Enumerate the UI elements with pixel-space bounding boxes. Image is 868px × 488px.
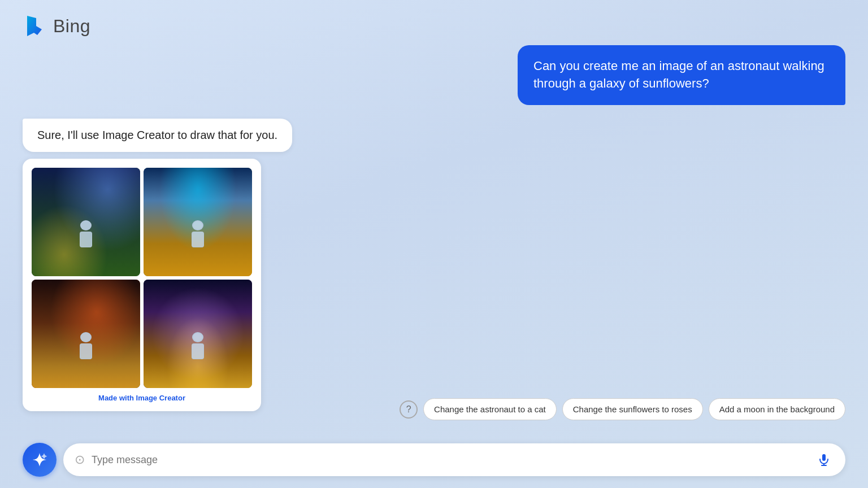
astronaut-figure-3 [77,332,94,366]
help-icon[interactable]: ? [400,400,418,419]
astronaut-body-1 [80,232,92,247]
user-message-container: Can you create me an image of an astrona… [23,45,845,105]
suggestion-chip-2[interactable]: Change the sunflowers to roses [562,398,703,420]
astronaut-figure-2 [189,220,206,254]
suggestions-area: ? Change the astronaut to a cat Change t… [0,398,868,420]
astronaut-head-4 [192,332,203,342]
astronaut-head-1 [80,220,92,230]
mic-button[interactable] [814,450,834,470]
svg-rect-0 [822,454,826,461]
astronaut-figure-1 [77,220,94,254]
generated-image-4[interactable] [144,280,252,388]
suggestion-chip-3[interactable]: Add a moon in the background [709,398,845,420]
astronaut-body-2 [192,232,204,247]
generated-image-3[interactable] [32,280,140,388]
bing-b-icon [23,14,47,38]
generated-image-2[interactable] [144,168,252,276]
generated-image-1[interactable] [32,168,140,276]
user-bubble: Can you create me an image of an astrona… [518,45,845,105]
suggestion-chip-1[interactable]: Change the astronaut to a cat [423,398,557,420]
message-input[interactable] [92,454,814,466]
astronaut-body-3 [80,343,92,359]
bing-title: Bing [53,16,90,37]
message-input-container: ⊙ [63,443,845,476]
input-bar: ⊙ [23,443,845,477]
astronaut-figure-4 [189,332,206,366]
chat-area: Can you create me an image of an astrona… [0,45,868,432]
mic-icon [817,453,831,467]
astronaut-head-2 [192,220,203,230]
bing-logo: Bing [23,14,90,38]
image-grid [32,168,252,388]
sparkle-icon [32,452,47,468]
chat-action-button[interactable] [23,443,57,477]
message-icon: ⊙ [75,452,85,467]
astronaut-head-3 [80,332,92,342]
assistant-message-container: Sure, I'll use Image Creator to draw tha… [23,119,845,411]
assistant-bubble: Sure, I'll use Image Creator to draw tha… [23,119,292,152]
image-grid-container: Made with Image Creator [23,159,261,411]
astronaut-body-4 [192,343,204,359]
header: Bing [0,0,868,52]
